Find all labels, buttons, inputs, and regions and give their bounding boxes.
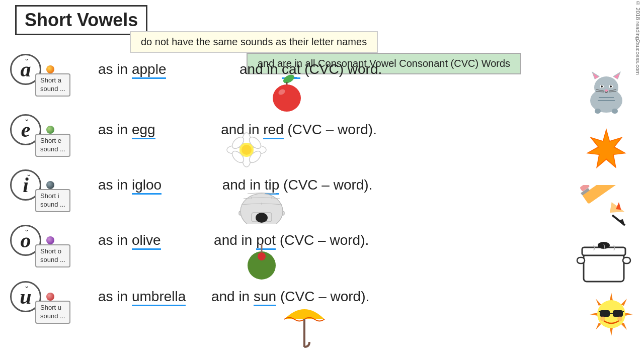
svg-rect-20	[612, 109, 618, 114]
svg-marker-65	[621, 323, 627, 330]
svg-rect-68	[613, 310, 623, 317]
word-igloo: igloo	[132, 177, 162, 195]
svg-marker-59	[610, 328, 613, 336]
row-text-a: as in apple and in cat (CVC) word.	[98, 61, 382, 77]
svg-point-0	[282, 73, 296, 85]
burst-image	[584, 126, 629, 173]
pot-image	[576, 236, 631, 289]
svg-point-32	[242, 145, 252, 155]
pencil-image	[575, 185, 630, 232]
word-sun: sun	[254, 289, 276, 306]
olive-image	[242, 241, 282, 284]
svg-point-50	[258, 252, 266, 260]
svg-point-54	[598, 242, 610, 249]
svg-point-38	[256, 213, 268, 223]
word-umbrella: umbrella	[132, 289, 186, 306]
svg-marker-61	[625, 313, 633, 316]
cat-image	[584, 69, 629, 117]
sun-image	[589, 292, 634, 339]
page-title: Short Vowels	[15, 5, 147, 35]
ball-a	[46, 65, 54, 73]
svg-point-2	[273, 84, 301, 112]
svg-marker-34	[589, 132, 624, 166]
svg-rect-52	[584, 254, 624, 282]
apple-image	[267, 73, 307, 115]
svg-rect-67	[600, 310, 610, 317]
svg-marker-43	[605, 199, 624, 219]
copyright: © 2018 reading2success.com	[635, 0, 641, 362]
row-text-u: as in umbrella and in sun (CVC – word).	[98, 289, 369, 305]
row-text-o: as in olive and in pot (CVC – word).	[98, 232, 369, 248]
svg-marker-64	[596, 323, 601, 330]
svg-rect-56	[623, 257, 630, 263]
egg-image	[224, 130, 269, 172]
subtitle-1: do not have the same sounds as their let…	[130, 31, 378, 53]
word-apple: apple	[132, 61, 167, 79]
svg-marker-58	[610, 293, 613, 301]
sound-btn-o[interactable]: Short osound ...	[35, 244, 70, 267]
igloo-image	[236, 184, 287, 226]
ball-e	[46, 126, 54, 134]
word-olive: olive	[132, 232, 161, 250]
svg-point-12	[601, 85, 603, 87]
umbrella-image	[282, 297, 327, 354]
svg-point-13	[610, 85, 612, 87]
sound-btn-i[interactable]: Short isound ...	[35, 189, 70, 212]
svg-marker-63	[621, 299, 627, 306]
sound-btn-a[interactable]: Short asound ...	[35, 73, 70, 97]
svg-point-5	[594, 76, 618, 99]
sound-btn-u[interactable]: Short usound ...	[35, 301, 70, 324]
sound-btn-e[interactable]: Short esound ...	[35, 134, 70, 157]
svg-point-14	[605, 89, 608, 92]
svg-marker-60	[590, 313, 598, 316]
svg-rect-19	[595, 109, 601, 114]
ball-i	[46, 181, 54, 189]
word-egg: egg	[132, 122, 155, 139]
row-text-i: as in igloo and in tip (CVC – word).	[98, 177, 372, 193]
ball-u	[46, 293, 54, 301]
ball-o	[46, 236, 54, 244]
svg-marker-62	[596, 299, 601, 306]
svg-point-73	[617, 316, 622, 321]
svg-point-72	[600, 316, 605, 321]
svg-rect-55	[577, 257, 585, 263]
